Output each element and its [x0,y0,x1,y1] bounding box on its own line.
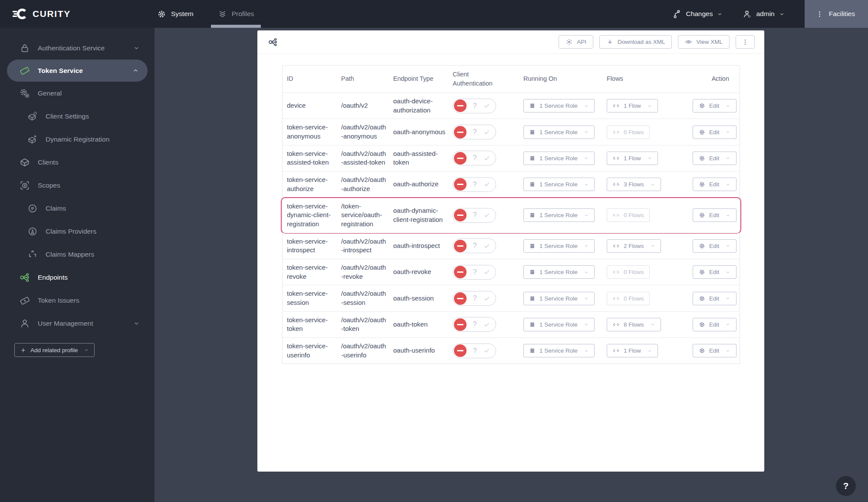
admin-menu[interactable]: admin [743,10,784,19]
optional-option[interactable]: ? [473,294,477,303]
client-authentication-toggle[interactable]: ? [453,291,496,306]
running-on-select[interactable]: 1 Service Role [523,208,595,222]
sidebar-item-user-management[interactable]: User Management [0,312,155,335]
client-authentication-toggle[interactable]: ? [453,177,496,192]
edit-button[interactable]: Edit [693,318,736,331]
check-icon[interactable] [483,102,490,109]
deny-icon[interactable] [454,178,467,191]
flows-select[interactable]: 0 Flows [607,265,650,279]
lock-icon [19,43,30,54]
check-icon[interactable] [483,347,490,354]
optional-option[interactable]: ? [473,153,477,163]
deny-icon[interactable] [454,318,467,331]
optional-option[interactable]: ? [473,346,477,356]
sidebar-item-claims-mappers[interactable]: Claims Mappers [0,243,155,266]
flows-select[interactable]: 8 Flows [607,318,661,331]
sidebar-item-scopes[interactable]: Scopes [0,174,155,197]
optional-option[interactable]: ? [473,127,477,137]
sidebar-item-claims-providers[interactable]: Claims Providers [0,220,155,243]
edit-button[interactable]: Edit [693,239,736,253]
sidebar-item-endpoints[interactable]: Endpoints [0,266,155,289]
running-on-select[interactable]: 1 Service Role [523,292,595,305]
running-on-select[interactable]: 1 Service Role [523,126,595,139]
flows-select[interactable]: 2 Flows [607,239,661,253]
flows-select[interactable]: 0 Flows [607,208,650,222]
deny-icon[interactable] [454,126,467,139]
tab-system[interactable]: System [157,0,194,28]
client-authentication-toggle[interactable]: ? [453,99,496,113]
check-icon[interactable] [483,268,490,276]
optional-option[interactable]: ? [473,241,477,251]
changes-menu[interactable]: Changes [672,10,723,19]
sidebar-item-client-settings[interactable]: Client Settings [0,105,155,128]
edit-button[interactable]: Edit [693,178,736,191]
optional-option[interactable]: ? [473,268,477,277]
check-icon[interactable] [483,181,490,188]
edit-button[interactable]: Edit [693,265,736,279]
flows-select[interactable]: 1 Flow [607,344,658,357]
edit-button[interactable]: Edit [693,292,736,305]
optional-option[interactable]: ? [473,101,477,111]
check-icon[interactable] [483,129,490,136]
flows-select[interactable]: 0 Flows [607,126,650,139]
running-on-select[interactable]: 1 Service Role [523,99,595,112]
optional-option[interactable]: ? [473,320,477,329]
edit-button[interactable]: Edit [693,152,736,165]
add-related-profile-button[interactable]: Add related profile [14,343,95,357]
check-icon[interactable] [483,321,490,328]
api-button[interactable]: API [559,35,593,49]
flows-select[interactable]: 0 Flows [607,292,650,305]
sidebar-item-dynamic-registration[interactable]: Dynamic Registration [0,128,155,151]
edit-button[interactable]: Edit [693,126,736,139]
facilities-button[interactable]: Facilities [805,0,868,28]
sidebar-item-authentication-service[interactable]: Authentication Service [0,36,155,59]
endpoint-path: /oauth/v2/oauth-introspect [341,237,387,255]
deny-icon[interactable] [454,266,467,278]
client-authentication-toggle[interactable]: ? [453,265,496,280]
flows-select[interactable]: 3 Flows [607,178,661,191]
client-authentication-toggle[interactable]: ? [453,238,496,253]
check-icon[interactable] [483,155,490,162]
running-on-select[interactable]: 1 Service Role [523,265,595,279]
sidebar-item-token-service[interactable]: Token Service [7,59,148,82]
running-on-select[interactable]: 1 Service Role [523,318,595,331]
sidebar-item-token-issuers[interactable]: Token Issuers [0,289,155,312]
chevron-down-icon [584,243,589,248]
flows-select[interactable]: 1 Flow [607,99,658,112]
edit-button[interactable]: Edit [693,344,736,357]
curity-logo[interactable]: CURITY [0,7,108,21]
running-on-select[interactable]: 1 Service Role [523,239,595,253]
help-button[interactable]: ? [836,476,856,496]
sidebar-item-clients[interactable]: Clients [0,151,155,174]
more-options-button[interactable] [736,35,755,49]
optional-option[interactable]: ? [473,180,477,189]
flows-select[interactable]: 1 Flow [607,152,658,165]
deny-icon[interactable] [454,292,467,305]
optional-option[interactable]: ? [473,210,477,220]
deny-icon[interactable] [454,99,467,112]
deny-icon[interactable] [454,240,467,252]
running-on-select[interactable]: 1 Service Role [523,344,595,357]
running-on-select[interactable]: 1 Service Role [523,152,595,165]
deny-icon[interactable] [454,152,467,165]
check-icon[interactable] [483,295,490,302]
download-as-xml-button[interactable]: Download as XML [599,35,672,49]
deny-icon[interactable] [454,209,467,221]
client-authentication-toggle[interactable]: ? [453,317,496,332]
client-authentication-toggle[interactable]: ? [453,343,496,358]
check-icon[interactable] [483,211,490,219]
client-authentication-toggle[interactable]: ? [453,208,496,223]
sidebar-item-claims[interactable]: Claims [0,197,155,220]
deny-icon[interactable] [454,344,467,357]
edit-button[interactable]: Edit [693,99,736,112]
client-authentication-toggle[interactable]: ? [453,151,496,165]
check-icon[interactable] [483,242,490,250]
sidebar: Authentication Service Token Service Gen… [0,28,155,502]
running-on-select[interactable]: 1 Service Role [523,178,595,191]
edit-button[interactable]: Edit [693,208,736,222]
sidebar-item-general[interactable]: General [0,82,155,105]
view-xml-button[interactable]: View XML [678,35,730,49]
code-icon [612,347,620,354]
client-authentication-toggle[interactable]: ? [453,125,496,139]
tab-profiles[interactable]: Profiles [218,0,254,28]
